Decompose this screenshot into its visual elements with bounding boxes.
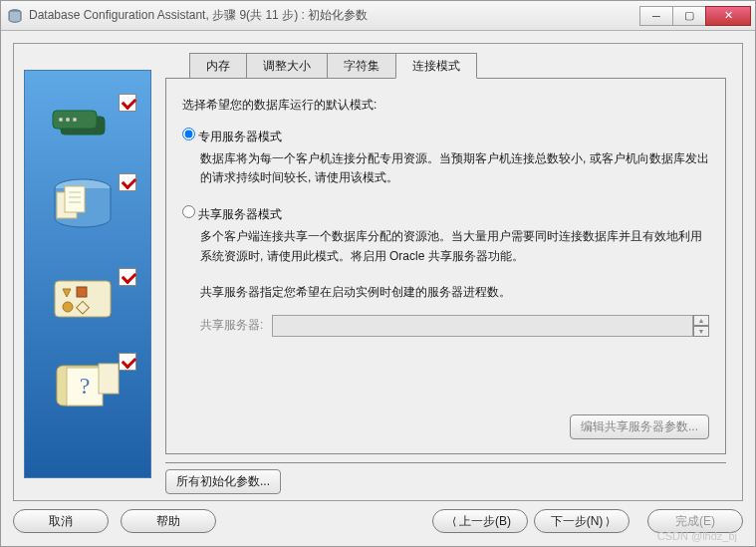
shared-server-spinner: ▲ ▼ (693, 315, 709, 337)
svg-point-5 (73, 118, 77, 122)
shared-server-label: 共享服务器: (200, 317, 272, 334)
shared-server-row: 共享服务器: ▲ ▼ (200, 315, 709, 337)
step-icon-4: ? (43, 350, 132, 419)
window-controls: ─ ▢ ✕ (640, 6, 751, 26)
titlebar: Database Configuration Assistant, 步骤 9(共… (1, 1, 755, 31)
tab-panel-connection-mode: 选择希望您的数据库运行的默认模式: 专用服务器模式 数据库将为每一个客户机连接分… (165, 78, 726, 454)
all-init-params-button[interactable]: 所有初始化参数... (165, 469, 281, 494)
shared-description: 多个客户端连接共享一个数据库分配的资源池。当大量用户需要同时连接数据库并且有效地… (200, 227, 709, 265)
svg-rect-19 (99, 364, 119, 394)
maximize-button[interactable]: ▢ (672, 6, 706, 26)
dedicated-description: 数据库将为每一个客户机连接分配专用资源。当预期客户机连接总数较小, 或客户机向数… (200, 149, 709, 187)
wizard-panel: ? 内存 调整大小 字符集 连接模式 选择希望您的数据库运行的默认模式: 专用服… (13, 43, 743, 501)
wizard-footer: 取消 帮助 ⟨ 上一步(B) 下一步(N) ⟩ 完成(E) (13, 509, 743, 533)
radio-shared-label[interactable]: 共享服务器模式 (198, 207, 282, 221)
radio-dedicated-label[interactable]: 专用服务器模式 (198, 130, 282, 143)
spinner-up-icon: ▲ (693, 315, 709, 326)
radio-shared[interactable] (182, 205, 195, 218)
svg-rect-12 (55, 281, 111, 317)
client-area: ? 内存 调整大小 字符集 连接模式 选择希望您的数据库运行的默认模式: 专用服… (1, 31, 755, 546)
radio-dedicated[interactable] (182, 128, 195, 140)
chevron-right-icon: ⟩ (606, 515, 610, 528)
radio-shared-row: 共享服务器模式 (182, 205, 709, 223)
svg-rect-14 (77, 287, 87, 297)
spinner-down-icon: ▼ (693, 326, 709, 337)
back-label: 上一步(B) (459, 513, 511, 530)
tab-bar: 内存 调整大小 字符集 连接模式 (189, 52, 726, 78)
all-params-area: 所有初始化参数... (165, 462, 726, 494)
chevron-left-icon: ⟨ (452, 515, 456, 528)
shared-server-input (272, 315, 693, 337)
check-icon (119, 173, 136, 191)
minimize-button[interactable]: ─ (639, 6, 673, 26)
tab-resize[interactable]: 调整大小 (246, 53, 328, 79)
svg-rect-8 (65, 186, 85, 212)
check-icon (119, 353, 136, 371)
svg-point-4 (66, 118, 70, 122)
radio-dedicated-row: 专用服务器模式 (182, 128, 709, 145)
close-button[interactable]: ✕ (705, 6, 751, 26)
next-label: 下一步(N) (551, 513, 604, 530)
watermark: CSDN @lhdz_bj (657, 530, 737, 542)
check-icon (119, 94, 136, 112)
shared-note: 共享服务器指定您希望在启动实例时创建的服务器进程数。 (200, 284, 709, 301)
cancel-button[interactable]: 取消 (13, 509, 109, 533)
svg-point-3 (59, 118, 63, 122)
tab-charset[interactable]: 字符集 (327, 53, 396, 79)
tab-connection-mode[interactable]: 连接模式 (395, 53, 477, 79)
step-icon-2 (43, 170, 132, 240)
tab-memory[interactable]: 内存 (189, 53, 247, 79)
back-button[interactable]: ⟨ 上一步(B) (432, 509, 528, 533)
check-icon (119, 268, 136, 286)
wizard-sidebar: ? (24, 70, 151, 478)
edit-shared-params-button: 编辑共享服务器参数... (570, 414, 709, 439)
help-button[interactable]: 帮助 (121, 509, 216, 533)
window-title: Database Configuration Assistant, 步骤 9(共… (29, 7, 640, 24)
app-icon (7, 8, 23, 24)
next-button[interactable]: 下一步(N) ⟩ (534, 509, 630, 533)
wizard-content: 内存 调整大小 字符集 连接模式 选择希望您的数据库运行的默认模式: 专用服务器… (151, 52, 732, 490)
panel-intro: 选择希望您的数据库运行的默认模式: (182, 97, 709, 114)
step-icon-1 (43, 91, 132, 160)
step-icon-3 (43, 265, 132, 335)
svg-text:?: ? (80, 373, 91, 399)
svg-point-15 (63, 302, 73, 312)
